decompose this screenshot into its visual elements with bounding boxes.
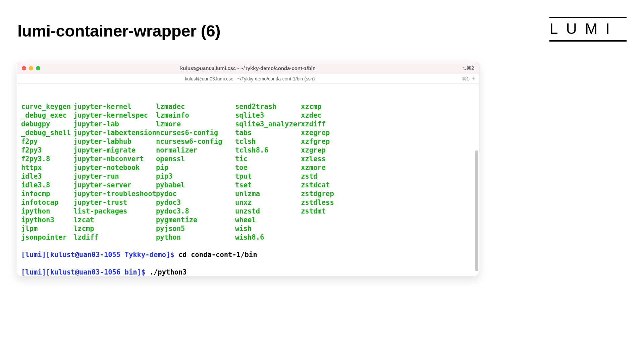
executable-name: _debug_exec — [21, 111, 73, 120]
traffic-lights[interactable] — [17, 66, 40, 70]
executable-name: wheel — [235, 216, 301, 224]
tab-label: kulust@uan03.lumi.csc - ~/Tykky-demo/con… — [185, 76, 315, 81]
executable-name: f2py — [21, 137, 73, 146]
shell-prompt: [lumi][kulust@uan03-1056 bin]$ — [21, 268, 150, 276]
executable-name: zstdless — [301, 198, 358, 207]
executable-name: list-packages — [73, 207, 156, 216]
executable-name: zstd — [301, 172, 358, 181]
shell-command: ./python3 — [150, 268, 187, 276]
executable-name: jupyter-troubleshoot — [73, 189, 156, 198]
executable-name: _debug_shell — [21, 128, 73, 137]
executable-name: debugpy — [21, 120, 73, 128]
executable-name: jupyter-kernelspec — [73, 111, 156, 120]
executable-name: f2py3 — [21, 146, 73, 155]
lumi-logo: LUMI — [549, 20, 618, 38]
executable-name: xzcmp — [301, 102, 358, 111]
executable-name: tclsh8.6 — [235, 146, 301, 155]
executable-name: lzcat — [73, 216, 156, 224]
executable-name: pydoc — [156, 189, 235, 198]
executable-name: jlpm — [21, 224, 73, 233]
executable-name: normalizer — [156, 146, 235, 155]
ls-output: curve_keygen_debug_execdebugpy_debug_she… — [21, 102, 476, 242]
ls-column: send2trashsqlite3sqlite3_analyzertabstcl… — [235, 102, 301, 242]
scrollbar[interactable] — [475, 150, 478, 271]
maximize-icon[interactable] — [36, 66, 40, 70]
executable-name: jupyter-notebook — [73, 163, 156, 172]
executable-name: lzmadec — [156, 102, 235, 111]
executable-name: jupyter-trust — [73, 198, 156, 207]
executable-name: jupyter-nbconvert — [73, 155, 156, 163]
executable-name: unxz — [235, 198, 301, 207]
executable-name: jupyter-server — [73, 181, 156, 189]
terminal-content[interactable]: curve_keygen_debug_execdebugpy_debug_she… — [17, 83, 479, 276]
executable-name: tset — [235, 181, 301, 189]
window-title: kulust@uan03.lumi.csc - ~/Tykky-demo/con… — [17, 65, 479, 71]
executable-name: ncurses6-config — [156, 128, 235, 137]
executable-name: zstdmt — [301, 207, 358, 216]
executable-name: wish — [235, 224, 301, 233]
executable-name: xzegrep — [301, 128, 358, 137]
executable-name: xzdiff — [301, 120, 358, 128]
minimize-icon[interactable] — [29, 66, 33, 70]
executable-name: pydoc3.8 — [156, 207, 235, 216]
executable-name: jupyter-labhub — [73, 137, 156, 146]
executable-name: xzmore — [301, 163, 358, 172]
executable-name: wish8.6 — [235, 233, 301, 242]
shell-prompt: [lumi][kulust@uan03-1055 Tykky-demo]$ — [21, 251, 178, 259]
page-title: lumi-container-wrapper (6) — [17, 21, 220, 40]
executable-name: jupyter-lab — [73, 120, 156, 128]
executable-name: tclsh — [235, 137, 301, 146]
executable-name: infotocap — [21, 198, 73, 207]
terminal-tab[interactable]: kulust@uan03.lumi.csc - ~/Tykky-demo/con… — [17, 74, 479, 83]
ls-column: xzcmpxzdecxzdiffxzegrepxzfgrepxzgrepxzle… — [301, 102, 358, 242]
executable-name: tic — [235, 155, 301, 163]
executable-name: jupyter-migrate — [73, 146, 156, 155]
executable-name: pydoc3 — [156, 198, 235, 207]
window-titlebar: kulust@uan03.lumi.csc - ~/Tykky-demo/con… — [17, 62, 479, 74]
close-icon[interactable] — [22, 66, 26, 70]
executable-name: xzgrep — [301, 146, 358, 155]
executable-name: zstdcat — [301, 181, 358, 189]
ls-column: lzmadeclzmainfolzmorencurses6-configncur… — [156, 102, 235, 242]
executable-name: jupyter-run — [73, 172, 156, 181]
executable-name: sqlite3 — [235, 111, 301, 120]
terminal-window: kulust@uan03.lumi.csc - ~/Tykky-demo/con… — [17, 62, 479, 276]
executable-name: jupyter-labextension — [73, 128, 156, 137]
executable-name: curve_keygen — [21, 102, 73, 111]
executable-name: pip — [156, 163, 235, 172]
executable-name: python — [156, 233, 235, 242]
new-tab-icon[interactable]: + — [472, 75, 475, 82]
executable-name: tabs — [235, 128, 301, 137]
executable-name: ipython — [21, 207, 73, 216]
ls-column: jupyter-kerneljupyter-kernelspecjupyter-… — [73, 102, 156, 242]
executable-name: infocmp — [21, 189, 73, 198]
ls-column: curve_keygen_debug_execdebugpy_debug_she… — [21, 102, 73, 242]
executable-name: ncursesw6-config — [156, 137, 235, 146]
executable-name: jsonpointer — [21, 233, 73, 242]
executable-name: jupyter-kernel — [73, 102, 156, 111]
executable-name: pip3 — [156, 172, 235, 181]
executable-name: idle3.8 — [21, 181, 73, 189]
executable-name: toe — [235, 163, 301, 172]
executable-name: f2py3.8 — [21, 155, 73, 163]
executable-name: lzdiff — [73, 233, 156, 242]
executable-name: unlzma — [235, 189, 301, 198]
executable-name: xzless — [301, 155, 358, 163]
executable-name: idle3 — [21, 172, 73, 181]
executable-name: xzfgrep — [301, 137, 358, 146]
executable-name: pygmentize — [156, 216, 235, 224]
executable-name: xzdec — [301, 111, 358, 120]
shell-command: cd conda-cont-1/bin — [178, 251, 257, 259]
executable-name: unzstd — [235, 207, 301, 216]
executable-name: lzmainfo — [156, 111, 235, 120]
executable-name: tput — [235, 172, 301, 181]
executable-name: ipython3 — [21, 216, 73, 224]
executable-name: openssl — [156, 155, 235, 163]
executable-name: httpx — [21, 163, 73, 172]
executable-name: pyjson5 — [156, 224, 235, 233]
executable-name: send2trash — [235, 102, 301, 111]
executable-name: pybabel — [156, 181, 235, 189]
executable-name: lzmore — [156, 120, 235, 128]
executable-name: lzcmp — [73, 224, 156, 233]
executable-name: zstdgrep — [301, 189, 358, 198]
